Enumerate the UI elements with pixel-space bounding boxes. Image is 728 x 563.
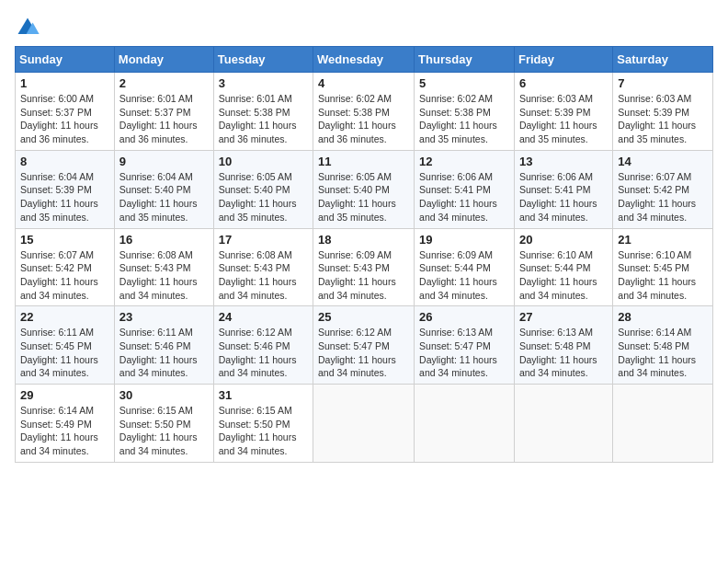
calendar-cell: 26 Sunrise: 6:13 AM Sunset: 5:47 PM Dayl…: [415, 306, 515, 385]
calendar-cell: 29 Sunrise: 6:14 AM Sunset: 5:49 PM Dayl…: [16, 385, 115, 463]
calendar-cell: 30 Sunrise: 6:15 AM Sunset: 5:50 PM Dayl…: [114, 385, 213, 463]
calendar-cell: 18 Sunrise: 6:09 AM Sunset: 5:43 PM Dayl…: [313, 228, 415, 306]
calendar-cell: 10 Sunrise: 6:05 AM Sunset: 5:40 PM Dayl…: [213, 150, 313, 228]
header-day-saturday: Saturday: [613, 47, 713, 73]
day-number: 17: [219, 233, 308, 247]
calendar-cell: 15 Sunrise: 6:07 AM Sunset: 5:42 PM Dayl…: [16, 228, 115, 306]
day-number: 28: [618, 310, 708, 324]
calendar-cell: 20 Sunrise: 6:10 AM Sunset: 5:44 PM Dayl…: [514, 228, 612, 306]
calendar-cell: [613, 385, 713, 463]
calendar-cell: 23 Sunrise: 6:11 AM Sunset: 5:46 PM Dayl…: [114, 306, 213, 385]
day-number: 29: [20, 388, 109, 402]
calendar-cell: 28 Sunrise: 6:14 AM Sunset: 5:48 PM Dayl…: [613, 306, 713, 385]
header-day-monday: Monday: [114, 47, 213, 73]
day-detail: Sunrise: 6:09 AM Sunset: 5:43 PM Dayligh…: [318, 248, 409, 303]
header-day-friday: Friday: [514, 47, 612, 73]
calendar-cell: 24 Sunrise: 6:12 AM Sunset: 5:46 PM Dayl…: [213, 306, 313, 385]
calendar-cell: 16 Sunrise: 6:08 AM Sunset: 5:43 PM Dayl…: [114, 228, 213, 306]
day-detail: Sunrise: 6:15 AM Sunset: 5:50 PM Dayligh…: [119, 404, 209, 458]
day-detail: Sunrise: 6:05 AM Sunset: 5:40 PM Dayligh…: [219, 170, 308, 224]
calendar-week-3: 15 Sunrise: 6:07 AM Sunset: 5:42 PM Dayl…: [16, 228, 713, 306]
calendar-header: SundayMondayTuesdayWednesdayThursdayFrid…: [16, 47, 713, 73]
header-day-wednesday: Wednesday: [313, 47, 415, 73]
day-detail: Sunrise: 6:03 AM Sunset: 5:39 PM Dayligh…: [618, 92, 708, 146]
day-number: 15: [20, 233, 109, 247]
day-number: 30: [119, 388, 209, 402]
day-detail: Sunrise: 6:04 AM Sunset: 5:40 PM Dayligh…: [119, 170, 209, 224]
day-number: 13: [519, 155, 608, 168]
calendar-week-1: 1 Sunrise: 6:00 AM Sunset: 5:37 PM Dayli…: [16, 73, 713, 151]
logo-icon: [15, 15, 40, 40]
day-detail: Sunrise: 6:07 AM Sunset: 5:42 PM Dayligh…: [20, 248, 109, 303]
day-detail: Sunrise: 6:11 AM Sunset: 5:46 PM Dayligh…: [119, 326, 209, 380]
day-detail: Sunrise: 6:10 AM Sunset: 5:44 PM Dayligh…: [519, 248, 608, 303]
calendar-cell: 8 Sunrise: 6:04 AM Sunset: 5:39 PM Dayli…: [16, 150, 115, 228]
calendar-cell: 27 Sunrise: 6:13 AM Sunset: 5:48 PM Dayl…: [514, 306, 612, 385]
calendar-cell: [313, 385, 415, 463]
day-detail: Sunrise: 6:13 AM Sunset: 5:48 PM Dayligh…: [519, 326, 608, 380]
calendar-body: 1 Sunrise: 6:00 AM Sunset: 5:37 PM Dayli…: [16, 73, 713, 463]
day-detail: Sunrise: 6:09 AM Sunset: 5:44 PM Dayligh…: [419, 248, 509, 303]
calendar-cell: 12 Sunrise: 6:06 AM Sunset: 5:41 PM Dayl…: [415, 150, 515, 228]
day-detail: Sunrise: 6:12 AM Sunset: 5:46 PM Dayligh…: [219, 326, 308, 380]
day-detail: Sunrise: 6:07 AM Sunset: 5:42 PM Dayligh…: [618, 170, 708, 224]
day-detail: Sunrise: 6:01 AM Sunset: 5:37 PM Dayligh…: [119, 92, 209, 146]
calendar-cell: 22 Sunrise: 6:11 AM Sunset: 5:45 PM Dayl…: [16, 306, 115, 385]
day-detail: Sunrise: 6:00 AM Sunset: 5:37 PM Dayligh…: [20, 92, 109, 146]
day-detail: Sunrise: 6:02 AM Sunset: 5:38 PM Dayligh…: [318, 92, 409, 146]
day-number: 4: [318, 76, 409, 90]
calendar-cell: 6 Sunrise: 6:03 AM Sunset: 5:39 PM Dayli…: [514, 73, 612, 151]
day-detail: Sunrise: 6:05 AM Sunset: 5:40 PM Dayligh…: [318, 170, 409, 224]
day-detail: Sunrise: 6:15 AM Sunset: 5:50 PM Dayligh…: [219, 404, 308, 458]
calendar-cell: 14 Sunrise: 6:07 AM Sunset: 5:42 PM Dayl…: [613, 150, 713, 228]
day-detail: Sunrise: 6:06 AM Sunset: 5:41 PM Dayligh…: [519, 170, 608, 224]
day-detail: Sunrise: 6:13 AM Sunset: 5:47 PM Dayligh…: [419, 326, 509, 380]
calendar-cell: 3 Sunrise: 6:01 AM Sunset: 5:38 PM Dayli…: [213, 73, 313, 151]
day-detail: Sunrise: 6:08 AM Sunset: 5:43 PM Dayligh…: [119, 248, 209, 303]
logo: [15, 15, 44, 40]
header-day-sunday: Sunday: [16, 47, 115, 73]
calendar-cell: 21 Sunrise: 6:10 AM Sunset: 5:45 PM Dayl…: [613, 228, 713, 306]
day-number: 19: [419, 233, 509, 247]
calendar-cell: 4 Sunrise: 6:02 AM Sunset: 5:38 PM Dayli…: [313, 73, 415, 151]
day-detail: Sunrise: 6:02 AM Sunset: 5:38 PM Dayligh…: [419, 92, 509, 146]
day-detail: Sunrise: 6:14 AM Sunset: 5:49 PM Dayligh…: [20, 404, 109, 458]
calendar-cell: 7 Sunrise: 6:03 AM Sunset: 5:39 PM Dayli…: [613, 73, 713, 151]
calendar-cell: 11 Sunrise: 6:05 AM Sunset: 5:40 PM Dayl…: [313, 150, 415, 228]
day-number: 24: [219, 310, 308, 324]
calendar-cell: 25 Sunrise: 6:12 AM Sunset: 5:47 PM Dayl…: [313, 306, 415, 385]
calendar-cell: [415, 385, 515, 463]
day-number: 18: [318, 233, 409, 247]
day-detail: Sunrise: 6:14 AM Sunset: 5:48 PM Dayligh…: [618, 326, 708, 380]
day-number: 26: [419, 310, 509, 324]
day-number: 23: [119, 310, 209, 324]
day-number: 21: [618, 233, 708, 247]
header-row: SundayMondayTuesdayWednesdayThursdayFrid…: [16, 47, 713, 73]
day-number: 31: [219, 388, 308, 402]
header-day-thursday: Thursday: [415, 47, 515, 73]
day-number: 27: [519, 310, 608, 324]
calendar-cell: 1 Sunrise: 6:00 AM Sunset: 5:37 PM Dayli…: [16, 73, 115, 151]
calendar-cell: 17 Sunrise: 6:08 AM Sunset: 5:43 PM Dayl…: [213, 228, 313, 306]
day-detail: Sunrise: 6:08 AM Sunset: 5:43 PM Dayligh…: [219, 248, 308, 303]
header: [15, 15, 713, 40]
day-detail: Sunrise: 6:11 AM Sunset: 5:45 PM Dayligh…: [20, 326, 109, 380]
day-number: 9: [119, 155, 209, 168]
day-detail: Sunrise: 6:10 AM Sunset: 5:45 PM Dayligh…: [618, 248, 708, 303]
day-number: 25: [318, 310, 409, 324]
calendar-cell: 5 Sunrise: 6:02 AM Sunset: 5:38 PM Dayli…: [415, 73, 515, 151]
day-detail: Sunrise: 6:12 AM Sunset: 5:47 PM Dayligh…: [318, 326, 409, 380]
calendar-cell: 9 Sunrise: 6:04 AM Sunset: 5:40 PM Dayli…: [114, 150, 213, 228]
calendar-cell: 2 Sunrise: 6:01 AM Sunset: 5:37 PM Dayli…: [114, 73, 213, 151]
day-number: 14: [618, 155, 708, 168]
day-detail: Sunrise: 6:04 AM Sunset: 5:39 PM Dayligh…: [20, 170, 109, 224]
header-day-tuesday: Tuesday: [213, 47, 313, 73]
day-number: 6: [519, 76, 608, 90]
day-number: 5: [419, 76, 509, 90]
calendar-cell: [514, 385, 612, 463]
day-number: 10: [219, 155, 308, 168]
day-number: 20: [519, 233, 608, 247]
day-number: 8: [20, 155, 109, 168]
day-number: 2: [119, 76, 209, 90]
calendar-week-4: 22 Sunrise: 6:11 AM Sunset: 5:45 PM Dayl…: [16, 306, 713, 385]
